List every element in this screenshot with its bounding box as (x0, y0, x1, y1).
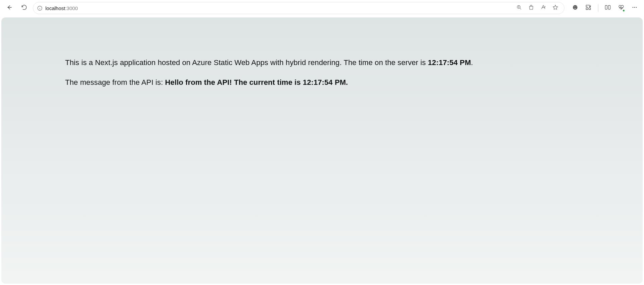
status-dot-icon (623, 9, 625, 12)
split-screen-icon (604, 4, 611, 12)
svg-rect-10 (605, 5, 607, 9)
svg-point-8 (574, 6, 575, 7)
svg-point-9 (576, 6, 577, 7)
extensions-button[interactable] (583, 2, 595, 14)
svg-point-12 (633, 7, 634, 8)
more-button[interactable] (629, 2, 641, 14)
arrow-left-icon (6, 4, 13, 12)
api-message-value: Hello from the API! The current time is … (165, 78, 348, 87)
star-icon (552, 4, 558, 12)
shopping-bag-icon (528, 4, 534, 12)
reload-button[interactable] (18, 2, 30, 14)
extension-button-1[interactable] (569, 2, 581, 14)
address-text: localhost:3000 (45, 5, 511, 11)
api-message-prefix: The message from the API is: (65, 78, 165, 87)
performance-button[interactable] (615, 2, 627, 14)
address-host: localhost (45, 5, 65, 11)
server-time-value: 12:17:54 PM (428, 58, 471, 67)
server-time-suffix: . (471, 58, 473, 67)
read-aloud-icon (540, 4, 546, 12)
puzzle-icon (585, 4, 592, 12)
address-trailing-actions (514, 3, 561, 13)
browser-toolbar: localhost:3000 (0, 0, 644, 16)
face-icon (572, 4, 579, 12)
server-time-paragraph: This is a Next.js application hosted on … (65, 58, 579, 68)
svg-point-14 (636, 7, 637, 8)
toolbar-separator (598, 4, 598, 12)
back-button[interactable] (3, 2, 15, 14)
svg-rect-11 (608, 5, 610, 9)
page-body: This is a Next.js application hosted on … (1, 17, 643, 284)
server-time-text: This is a Next.js application hosted on … (65, 58, 428, 67)
split-screen-button[interactable] (602, 2, 614, 14)
svg-line-4 (520, 8, 521, 9)
reload-icon (21, 4, 28, 12)
favorite-button[interactable] (550, 3, 561, 13)
site-info-icon[interactable] (37, 5, 43, 11)
more-horizontal-icon (631, 4, 638, 12)
address-port: :3000 (65, 5, 78, 11)
address-bar[interactable]: localhost:3000 (33, 2, 564, 14)
svg-point-7 (573, 5, 577, 9)
shopping-button[interactable] (526, 3, 537, 13)
read-aloud-button[interactable] (538, 3, 549, 13)
zoom-button[interactable] (514, 3, 524, 13)
svg-point-13 (634, 7, 635, 8)
viewport: This is a Next.js application hosted on … (0, 16, 644, 285)
toolbar-right-cluster (569, 2, 641, 14)
zoom-icon (516, 4, 522, 12)
api-message-paragraph: The message from the API is: Hello from … (65, 77, 579, 88)
